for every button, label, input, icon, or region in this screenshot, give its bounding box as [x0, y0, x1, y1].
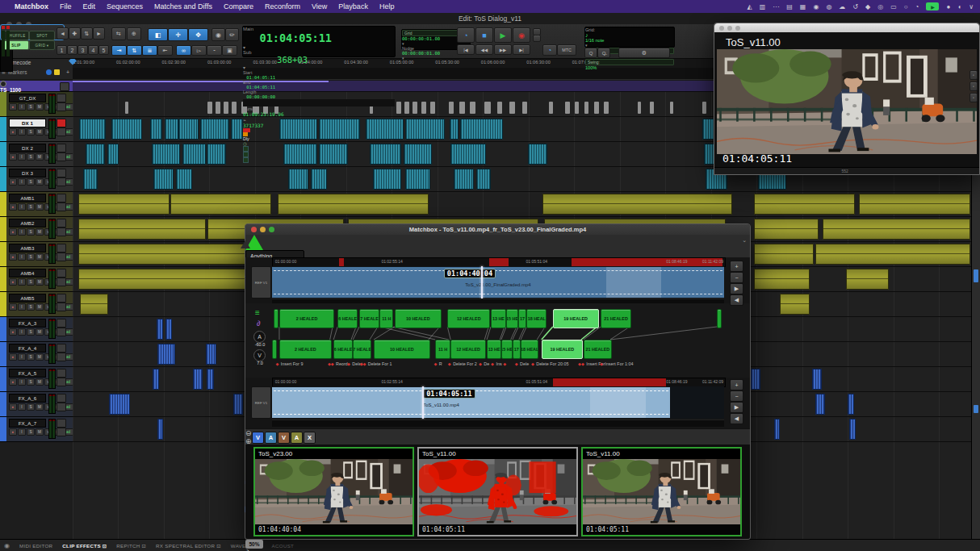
video-thumbnail[interactable]: ToS_v11.0001:04:05:11	[417, 447, 578, 536]
heal-marker[interactable]: ◆ Delete For 20:05	[531, 361, 569, 366]
audio-clip[interactable]	[152, 144, 180, 165]
audio-clip[interactable]	[107, 144, 118, 165]
menu-cloud-icon[interactable]: ☁	[839, 3, 845, 10]
mute-button[interactable]: M	[36, 128, 44, 136]
input-button[interactable]: I	[18, 428, 26, 436]
playhead[interactable]	[422, 386, 424, 419]
track-group-button[interactable]	[57, 278, 66, 286]
rec-button[interactable]: ●	[9, 253, 17, 261]
healed-area[interactable]: 2 HEALED6 HEALE7 HEALE11 H10 HEALED12 HE…	[272, 303, 724, 378]
menu-search-icon[interactable]: ○	[904, 3, 908, 10]
audio-clip[interactable]	[207, 102, 212, 114]
audio-clip[interactable]	[454, 169, 473, 190]
preview-zoom-button[interactable]	[735, 26, 740, 31]
track-group-button[interactable]	[57, 127, 66, 136]
track-name[interactable]: GT_DX	[9, 94, 46, 102]
menu-item-view[interactable]: View	[312, 2, 327, 10]
rec-button[interactable]: ●	[9, 228, 17, 236]
audio-clip[interactable]	[594, 102, 599, 114]
menu-item-compare[interactable]: Compare	[224, 2, 253, 10]
audio-clip[interactable]	[311, 169, 327, 190]
rec-button[interactable]: ●	[9, 278, 17, 286]
link-tool-button[interactable]: ∞	[176, 45, 191, 56]
partial-icon[interactable]: ∂	[257, 319, 260, 328]
link-tool-button[interactable]: ▻	[191, 45, 207, 56]
solo-button[interactable]: S	[27, 403, 35, 411]
audio-clip[interactable]	[823, 219, 970, 240]
heal-marker[interactable]: ◆ Insert For 1:04	[600, 361, 633, 366]
nav-tool-button[interactable]: ⇅	[81, 27, 93, 40]
audio-clip[interactable]	[528, 144, 547, 165]
top-track-label[interactable]: REF V1	[251, 266, 271, 298]
solo-button[interactable]: S	[27, 278, 35, 286]
top-video-clip[interactable]: 01:04:40:04 ToS_v23.00_FinalGraded.mp4	[272, 267, 724, 298]
preview-tool-button[interactable]: ▫	[970, 93, 978, 102]
rec-button[interactable]: ●	[9, 203, 17, 211]
healed-segment-top[interactable]: 18 HEAL	[526, 309, 547, 328]
statusbar-acoust[interactable]: ACOUST	[272, 543, 295, 549]
audio-clip[interactable]	[150, 119, 162, 140]
add-marker-button[interactable]: +	[66, 69, 69, 75]
mute-button[interactable]: M	[36, 328, 44, 336]
nav-tool-button[interactable]: ✚	[69, 27, 81, 40]
healed-segment-bottom[interactable]: 11 H	[435, 340, 450, 359]
track-lane-amb1[interactable]	[73, 192, 972, 217]
audio-clip[interactable]	[430, 102, 435, 114]
dialog-close-button[interactable]	[251, 227, 257, 232]
audio-clip[interactable]	[170, 194, 271, 215]
track-io-button[interactable]	[57, 194, 66, 202]
healed-segment-top[interactable]: 2 HEALED	[279, 309, 334, 328]
audio-clip[interactable]	[815, 394, 825, 415]
track-header-fx_a_4[interactable]: FX_A_4▾●ISMwaveread⇲	[0, 342, 73, 367]
track-view-v-button[interactable]: V	[252, 432, 264, 444]
audio-clip[interactable]	[153, 169, 173, 190]
play-button[interactable]: ▶	[494, 27, 512, 43]
audio-clip[interactable]	[846, 269, 889, 290]
zoom-tool-button[interactable]: ⊕	[127, 27, 141, 40]
solo-button[interactable]: S	[27, 203, 35, 211]
input-button[interactable]: I	[18, 253, 26, 261]
track-io-button[interactable]	[57, 394, 66, 403]
side-reverse-button[interactable]: ◀	[730, 413, 743, 424]
audio-clip[interactable]	[176, 169, 192, 190]
solo-button[interactable]: S	[27, 428, 35, 436]
track-io-button[interactable]	[57, 344, 66, 353]
track-group-button[interactable]	[57, 378, 66, 386]
track-header-dx-1[interactable]: DX 1▾●ISMwaveread⇲	[0, 117, 73, 142]
healed-segment-bottom[interactable]: 7 HEALE	[353, 340, 371, 359]
rec-button[interactable]: ●	[9, 103, 17, 111]
menu-dots-icon[interactable]: ⋯	[773, 3, 779, 10]
healed-segment-top[interactable]: 13 HE	[491, 309, 506, 328]
audio-clip[interactable]	[216, 102, 220, 114]
audio-clip[interactable]	[670, 102, 673, 114]
zo om-preset-3[interactable]: 3	[77, 45, 88, 55]
track-view-x-button[interactable]: X	[304, 432, 316, 444]
audio-clip[interactable]	[815, 244, 970, 265]
audio-clip[interactable]	[157, 344, 175, 365]
mute-button[interactable]: M	[36, 303, 44, 311]
audio-clip[interactable]	[111, 119, 142, 140]
rec-button[interactable]: ●	[9, 128, 17, 136]
audio-clip[interactable]	[413, 102, 417, 114]
audio-clip[interactable]	[370, 144, 402, 165]
quantize-button[interactable]: Q	[584, 48, 597, 58]
dialog-zoom-button[interactable]	[269, 227, 274, 232]
audio-clip[interactable]	[178, 119, 198, 140]
playhead[interactable]	[481, 266, 483, 298]
side-zoom-in-button[interactable]: +	[730, 379, 743, 390]
audio-gain-knob[interactable]: A	[253, 331, 266, 343]
solo-button[interactable]: S	[27, 253, 35, 261]
side-play-button[interactable]: ▶	[730, 402, 743, 413]
nav-tool-button[interactable]: ◄	[57, 27, 69, 40]
input-button[interactable]: I	[18, 103, 26, 111]
healed-segment-bottom[interactable]: 12 HEALED	[450, 340, 486, 359]
video-gain-knob[interactable]: V	[253, 349, 266, 361]
menu-item-matchbox[interactable]: Matchbox	[15, 2, 48, 10]
mute-button[interactable]: M	[36, 378, 44, 386]
link-tool-button[interactable]: ▣	[222, 45, 237, 56]
track-header-fx_a_5[interactable]: FX_A_5▾●ISMwaveread⇲	[0, 367, 73, 392]
track-view-v-button[interactable]: V	[278, 432, 290, 444]
audio-clip[interactable]	[421, 102, 426, 114]
audio-clip[interactable]	[231, 119, 243, 140]
audio-clip[interactable]	[774, 419, 781, 440]
